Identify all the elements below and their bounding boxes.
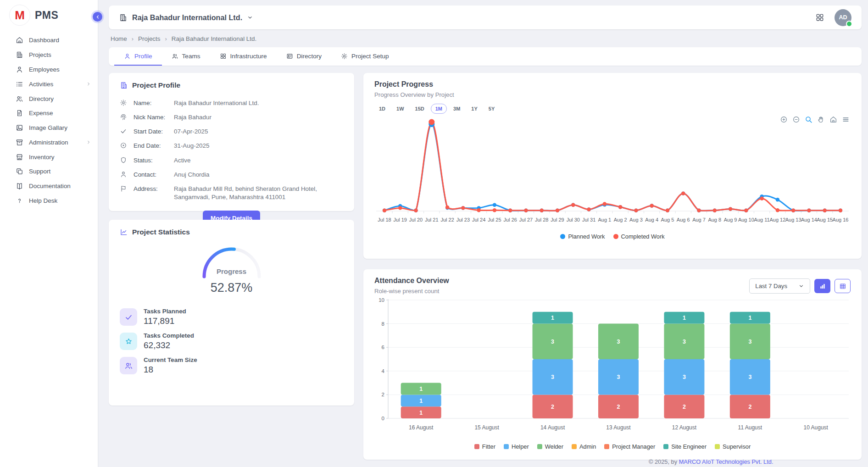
selection-zoom-icon[interactable]	[805, 116, 812, 123]
data-point-completed-work[interactable]	[445, 206, 449, 209]
avatar[interactable]: AD	[835, 9, 851, 26]
zoom-out-icon[interactable]	[792, 116, 800, 123]
data-point-completed-work[interactable]	[823, 208, 827, 212]
legend-item-supervisor[interactable]: Supervisor	[715, 443, 751, 450]
tab-profile[interactable]: Profile	[114, 47, 162, 66]
data-point-completed-work[interactable]	[650, 204, 653, 207]
chevron-down-icon	[798, 283, 804, 289]
data-point-completed-work[interactable]	[760, 196, 763, 200]
legend-item-fitter[interactable]: Fitter	[474, 443, 495, 450]
data-point-completed-work[interactable]	[791, 208, 795, 212]
data-point-completed-work[interactable]	[587, 207, 590, 211]
bar-data-label: 1	[419, 398, 423, 404]
bar-view-button[interactable]	[814, 279, 830, 293]
data-point-completed-work[interactable]	[556, 208, 559, 212]
range-button-1d[interactable]: 1D	[374, 104, 390, 114]
sidebar-item-activities[interactable]: Activities	[0, 77, 98, 91]
date-range-select[interactable]: Last 7 Days	[749, 278, 810, 294]
data-point-completed-work[interactable]	[713, 208, 717, 212]
data-point-completed-work[interactable]	[414, 208, 417, 212]
sidebar-item-projects[interactable]: Projects	[0, 48, 98, 62]
data-point-completed-work[interactable]	[493, 208, 496, 212]
data-point-planned-work[interactable]	[776, 198, 779, 201]
range-button-15d[interactable]: 15D	[411, 104, 429, 114]
sidebar-item-directory[interactable]: Directory	[0, 91, 98, 106]
data-point-completed-work[interactable]	[839, 208, 842, 212]
check-icon	[124, 313, 133, 322]
chevron-left-icon	[95, 14, 100, 20]
attendance-bar-chart[interactable]: 024681011116 August15 August233114 Augus…	[374, 295, 851, 440]
legend-item-helper[interactable]: Helper	[504, 443, 529, 450]
data-point-planned-work[interactable]	[493, 203, 496, 207]
data-point-completed-work[interactable]	[428, 119, 434, 125]
app-logo[interactable]: M PMS	[0, 0, 98, 29]
breadcrumb-item[interactable]: Projects	[138, 35, 160, 42]
sidebar-item-employees[interactable]: Employees	[0, 62, 98, 77]
sidebar-item-administration[interactable]: Administration	[0, 135, 98, 150]
data-point-completed-work[interactable]	[477, 208, 480, 212]
breadcrumb-item[interactable]: Home	[111, 35, 127, 42]
sidebar-item-help-desk[interactable]: Help Desk	[0, 194, 98, 208]
tab-directory[interactable]: Directory	[277, 47, 331, 66]
data-point-completed-work[interactable]	[383, 208, 386, 212]
data-point-completed-work[interactable]	[540, 208, 544, 212]
data-point-completed-work[interactable]	[681, 191, 685, 195]
legend-item-welder[interactable]: Welder	[537, 443, 563, 450]
data-point-completed-work[interactable]	[634, 208, 638, 212]
data-point-completed-work[interactable]	[744, 208, 748, 212]
data-point-completed-work[interactable]	[398, 206, 402, 210]
sidebar-item-label: Expense	[29, 110, 53, 117]
company-selector[interactable]: Raja Bahadur International Ltd.	[119, 13, 253, 22]
table-view-button[interactable]	[835, 279, 851, 293]
data-point-completed-work[interactable]	[571, 203, 575, 207]
range-button-1m[interactable]: 1M	[431, 104, 447, 114]
stat-label: Current Team Size	[144, 356, 197, 363]
data-point-completed-work[interactable]	[508, 208, 512, 212]
range-button-1w[interactable]: 1W	[392, 104, 409, 114]
tab-infrastructure[interactable]: Infrastructure	[210, 47, 277, 66]
sidebar-item-image-gallary[interactable]: Image Gallary	[0, 121, 98, 135]
data-point-completed-work[interactable]	[807, 208, 811, 212]
footer-company-link[interactable]: MARCO AIoT Technologies Pvt. Ltd.	[679, 458, 773, 465]
user-icon	[124, 53, 131, 60]
legend-item-admin[interactable]: Admin	[572, 443, 596, 450]
sidebar-item-inventory[interactable]: Inventory	[0, 150, 98, 164]
planned-dot-icon	[560, 234, 565, 239]
tab-project-setup[interactable]: Project Setup	[331, 47, 399, 66]
sidebar-item-expense[interactable]: Expense	[0, 106, 98, 121]
data-point-completed-work[interactable]	[524, 208, 528, 212]
pan-icon[interactable]	[817, 116, 825, 123]
range-button-1y[interactable]: 1Y	[467, 104, 482, 114]
menu-icon[interactable]	[842, 116, 850, 123]
legend-item-site-engineer[interactable]: Site Engineer	[663, 443, 707, 450]
progress-line-chart[interactable]: Jul 18Jul 19Jul 20Jul 21Jul 22Jul 23Jul …	[374, 115, 851, 230]
x-axis-label: 15 August	[474, 424, 499, 431]
data-point-completed-work[interactable]	[603, 202, 606, 206]
sidebar-item-support[interactable]: Support	[0, 164, 98, 179]
legend-item-completed-work[interactable]: Completed Work	[613, 233, 665, 240]
data-point-completed-work[interactable]	[461, 206, 465, 210]
data-point-completed-work[interactable]	[729, 207, 732, 211]
profile-field-start-date: Start Date:07-Apr-2025	[120, 125, 343, 139]
legend-item-project-manager[interactable]: Project Manager	[604, 443, 655, 450]
range-button-3m[interactable]: 3M	[449, 104, 465, 114]
zoom-in-icon[interactable]	[780, 116, 788, 123]
users-icon	[16, 95, 23, 103]
data-point-completed-work[interactable]	[697, 208, 701, 212]
data-point-completed-work[interactable]	[666, 208, 669, 212]
sidebar-collapse-button[interactable]	[93, 12, 102, 22]
home-icon[interactable]	[829, 116, 837, 123]
stat-icon-box	[120, 333, 137, 350]
sidebar-item-documentation[interactable]: Documentation	[0, 179, 98, 194]
data-point-completed-work[interactable]	[776, 208, 779, 212]
x-axis-label: Aug 13	[785, 217, 801, 222]
breadcrumb-separator: ›	[132, 35, 134, 42]
data-point-completed-work[interactable]	[618, 205, 622, 209]
legend-item-planned-work[interactable]: Planned Work	[560, 233, 605, 240]
chart-toolbar	[780, 116, 850, 123]
x-axis-label: 11 August	[738, 424, 762, 431]
range-button-5y[interactable]: 5Y	[484, 104, 499, 114]
tab-teams[interactable]: Teams	[162, 47, 210, 66]
sidebar-item-dashboard[interactable]: Dashboard	[0, 33, 98, 48]
apps-grid-button[interactable]	[815, 13, 824, 22]
